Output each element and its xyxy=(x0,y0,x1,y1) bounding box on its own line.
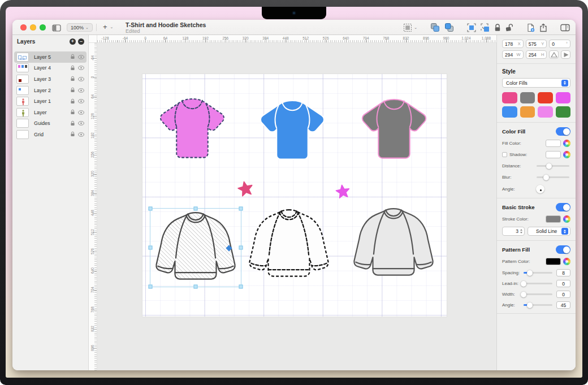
layer-row[interactable]: Guides xyxy=(14,118,87,129)
color-fill-toggle[interactable] xyxy=(556,127,570,136)
flip-vertical-button[interactable] xyxy=(549,50,559,59)
pattern-row-slider[interactable] xyxy=(524,293,552,295)
star-magenta[interactable] xyxy=(335,183,351,201)
layer-row[interactable]: Layer 5 xyxy=(14,51,87,63)
selection-handle[interactable] xyxy=(149,285,153,289)
stepper-arrows-icon[interactable] xyxy=(520,229,522,233)
layer-lock-icon[interactable] xyxy=(70,109,75,115)
layer-visibility-icon[interactable] xyxy=(78,121,84,126)
fill-color-well[interactable] xyxy=(546,140,561,147)
basic-stroke-toggle[interactable] xyxy=(556,203,570,211)
minimize-window-button[interactable] xyxy=(30,24,36,31)
zoom-level-dropdown[interactable]: 100%⌄ xyxy=(67,23,93,32)
layer-row[interactable]: Layer 2 xyxy=(14,85,87,96)
pattern-row-value[interactable]: 0 xyxy=(556,291,570,298)
add-shape-button[interactable]: +⌄ xyxy=(103,23,113,31)
share-icon[interactable] xyxy=(539,23,547,32)
layer-row[interactable]: Layer 4 xyxy=(14,63,87,74)
layer-visibility-icon[interactable] xyxy=(78,66,84,70)
pattern-fill-toggle[interactable] xyxy=(556,245,570,254)
height-field[interactable]: 254H xyxy=(526,50,547,59)
stroke-width-stepper[interactable]: 3 xyxy=(502,227,525,236)
layer-visibility-icon[interactable] xyxy=(78,110,84,115)
layer-lock-icon[interactable] xyxy=(70,120,75,127)
selection-handle[interactable] xyxy=(149,246,153,250)
color-swatch[interactable] xyxy=(538,92,553,103)
stroke-color-wheel-icon[interactable] xyxy=(563,215,570,223)
unlock-icon[interactable] xyxy=(505,23,514,32)
color-swatch[interactable] xyxy=(538,106,553,118)
fills-preset-select[interactable]: Color Fills xyxy=(502,78,570,88)
layer-lock-icon[interactable] xyxy=(70,65,75,71)
stroke-color-well[interactable] xyxy=(546,215,561,223)
layer-visibility-icon[interactable] xyxy=(78,99,84,103)
layer-row[interactable]: Grid xyxy=(14,129,87,140)
arrange-dropdown-icon[interactable]: ⌄ xyxy=(403,23,417,32)
layer-lock-icon[interactable] xyxy=(70,98,75,105)
tshirt-gray[interactable] xyxy=(357,95,431,162)
pattern-row-slider[interactable] xyxy=(524,304,552,306)
pattern-row-value[interactable]: 8 xyxy=(556,269,570,276)
layer-visibility-icon[interactable] xyxy=(78,88,84,93)
pattern-row-slider[interactable] xyxy=(524,272,552,274)
layer-visibility-icon[interactable] xyxy=(78,55,84,59)
layer-row[interactable]: Layer xyxy=(14,107,87,118)
pattern-row-value[interactable]: 45 xyxy=(556,301,570,309)
layer-visibility-icon[interactable] xyxy=(78,77,84,81)
width-field[interactable]: 294W xyxy=(502,50,524,59)
send-backward-icon[interactable] xyxy=(430,23,440,32)
layer-row[interactable]: Layer 1 xyxy=(14,96,87,107)
color-swatch[interactable] xyxy=(520,106,535,118)
add-layer-button[interactable]: + xyxy=(70,38,76,45)
distance-slider[interactable] xyxy=(537,165,569,167)
flip-horizontal-button[interactable] xyxy=(561,50,570,59)
shadow-color-well[interactable] xyxy=(546,151,561,158)
selection-handle[interactable] xyxy=(149,207,153,211)
color-swatch[interactable] xyxy=(502,92,517,103)
bring-forward-icon[interactable] xyxy=(444,23,454,32)
shadow-angle-dial[interactable] xyxy=(536,185,544,193)
sidebar-toggle-icon[interactable] xyxy=(52,24,61,34)
selection-bounding-box[interactable] xyxy=(150,208,241,287)
tshirt-blue[interactable] xyxy=(255,96,330,163)
pattern-color-well[interactable] xyxy=(546,258,561,265)
toggle-inspector-icon[interactable] xyxy=(560,24,570,32)
selection-handle[interactable] xyxy=(194,285,198,289)
line-style-select[interactable]: Solid Line xyxy=(528,227,570,236)
layer-row[interactable]: Layer 3 xyxy=(14,73,87,85)
x-field[interactable]: 178X xyxy=(502,40,524,48)
sweatshirt-gray[interactable] xyxy=(349,205,438,282)
color-swatch[interactable] xyxy=(556,92,571,103)
pattern-color-wheel-icon[interactable] xyxy=(563,258,570,265)
star-deep-pink[interactable] xyxy=(236,180,255,200)
export-document-icon[interactable] xyxy=(527,23,535,32)
blur-slider[interactable] xyxy=(537,176,569,178)
shadow-checkbox[interactable] xyxy=(502,152,507,157)
layer-lock-icon[interactable] xyxy=(70,87,75,93)
layer-lock-icon[interactable] xyxy=(70,54,75,60)
lock-icon[interactable] xyxy=(494,23,501,32)
paste-offset-icon[interactable] xyxy=(481,23,490,32)
tshirt-pink[interactable] xyxy=(155,94,230,162)
selection-handle[interactable] xyxy=(239,207,243,211)
selection-handle[interactable] xyxy=(194,207,198,211)
layer-visibility-icon[interactable] xyxy=(78,132,84,137)
rotation-field[interactable]: 0° xyxy=(549,40,570,48)
artboard-page[interactable] xyxy=(142,74,447,317)
canvas-area[interactable] xyxy=(97,43,496,370)
color-swatch[interactable] xyxy=(520,92,535,103)
fill-color-wheel-icon[interactable] xyxy=(563,140,570,147)
sweatshirt-dashed[interactable] xyxy=(244,206,334,283)
fullscreen-window-button[interactable] xyxy=(40,24,46,31)
pattern-row-slider[interactable] xyxy=(524,283,552,284)
pattern-row-value[interactable]: 0 xyxy=(556,280,570,287)
selection-handle[interactable] xyxy=(239,246,243,250)
rotation-handle[interactable] xyxy=(226,245,232,251)
color-swatch[interactable] xyxy=(556,106,571,118)
selection-handle[interactable] xyxy=(239,285,243,289)
layer-lock-icon[interactable] xyxy=(70,76,75,82)
layer-lock-icon[interactable] xyxy=(70,131,75,137)
close-window-button[interactable] xyxy=(20,24,27,31)
y-field[interactable]: 575Y xyxy=(526,40,547,48)
remove-layer-button[interactable]: – xyxy=(78,38,84,45)
